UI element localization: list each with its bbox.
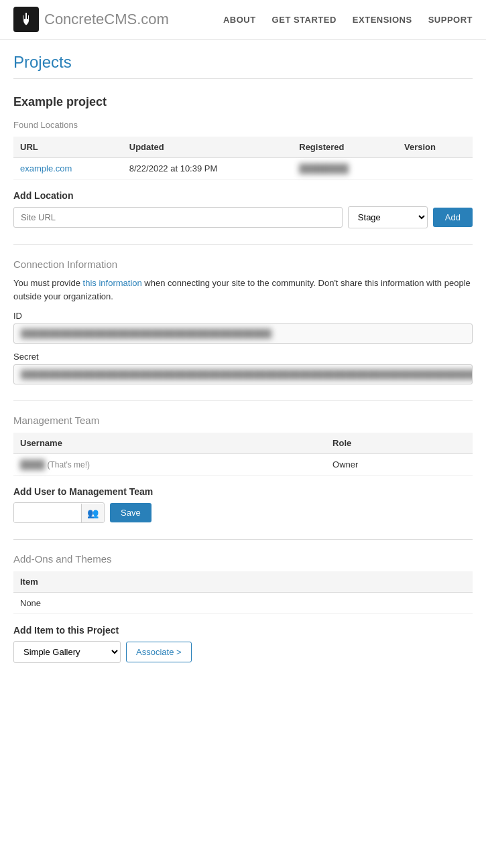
addons-table-header-row: Item: [13, 571, 473, 593]
management-team-section: Management Team Username Role ████ (That…: [13, 415, 473, 523]
addon-select[interactable]: Simple Gallery Option 2 Option 3: [13, 641, 121, 663]
addons-section: Add-Ons and Themes Item None Add Item to…: [13, 553, 473, 663]
nav-support[interactable]: SUPPORT: [428, 15, 473, 25]
mgmt-table-header-row: Username Role: [13, 433, 473, 454]
cell-url: example.com: [13, 158, 123, 179]
secret-label: Secret: [13, 352, 473, 362]
found-locations-label: Found Locations: [13, 120, 473, 130]
management-team-table: Username Role ████ (That's me!) Owner: [13, 433, 473, 476]
logo[interactable]: ConcreteCMS.com: [13, 7, 169, 32]
user-search-icon[interactable]: 👥: [81, 504, 104, 522]
col-version: Version: [398, 137, 473, 158]
mgmt-cell-role: Owner: [326, 454, 473, 476]
main-content: Projects Example project Found Locations…: [0, 40, 486, 706]
logo-text: ConcreteCMS.com: [44, 11, 169, 28]
nav-about[interactable]: ABOUT: [223, 15, 256, 25]
page-title: Projects: [13, 53, 473, 79]
location-url-link[interactable]: example.com: [20, 163, 72, 173]
secret-value: ████████████████████████████████████████…: [13, 364, 473, 384]
locations-table: URL Updated Registered Version example.c…: [13, 137, 473, 179]
connection-info-link[interactable]: this information: [83, 278, 142, 288]
associate-button[interactable]: Associate >: [126, 642, 192, 662]
site-header: ConcreteCMS.com ABOUT GET STARTED EXTENS…: [0, 0, 486, 40]
divider-3: [13, 539, 473, 540]
add-user-title: Add User to Management Team: [13, 486, 473, 497]
add-location-row: Stage Production Development Add: [13, 206, 473, 228]
divider-1: [13, 244, 473, 245]
management-team-title: Management Team: [13, 415, 473, 426]
add-button[interactable]: Add: [433, 208, 473, 227]
addons-cell-none: None: [13, 593, 473, 614]
add-item-row: Simple Gallery Option 2 Option 3 Associa…: [13, 641, 473, 663]
col-updated: Updated: [123, 137, 292, 158]
add-location-title: Add Location: [13, 190, 473, 201]
connection-info-description: You must provide this information when c…: [13, 277, 473, 303]
user-input-wrap: 👥: [13, 502, 105, 523]
nav-extensions[interactable]: EXTENSIONS: [353, 15, 412, 25]
project-name: Example project: [13, 95, 473, 109]
table-row: None: [13, 593, 473, 614]
addons-title: Add-Ons and Themes: [13, 553, 473, 565]
cell-version: [398, 158, 473, 179]
project-section: Example project Found Locations URL Upda…: [13, 95, 473, 228]
mgmt-col-role: Role: [326, 433, 473, 454]
connection-info-section: Connection Information You must provide …: [13, 259, 473, 384]
connection-info-title: Connection Information: [13, 259, 473, 270]
col-url: URL: [13, 137, 123, 158]
main-nav: ABOUT GET STARTED EXTENSIONS SUPPORT: [223, 15, 473, 25]
add-item-title: Add Item to this Project: [13, 625, 473, 636]
divider-2: [13, 401, 473, 401]
username-me-label: (That's me!): [47, 460, 90, 469]
username-blurred: ████: [20, 459, 45, 469]
cell-registered: ████████: [292, 158, 398, 179]
col-registered: Registered: [292, 137, 398, 158]
add-user-row: 👥 Save: [13, 502, 473, 523]
stage-select[interactable]: Stage Production Development: [348, 206, 428, 228]
connection-info-text-before: You must provide: [13, 278, 83, 288]
addons-table: Item None: [13, 571, 473, 614]
save-button[interactable]: Save: [110, 503, 151, 522]
site-url-input[interactable]: [13, 207, 343, 228]
id-value: ████████████████████████████████████████…: [13, 323, 473, 344]
table-row: example.com 8/22/2022 at 10:39 PM ██████…: [13, 158, 473, 179]
logo-icon: [13, 7, 39, 32]
table-row: ████ (That's me!) Owner: [13, 454, 473, 476]
nav-get-started[interactable]: GET STARTED: [272, 15, 337, 25]
id-label: ID: [13, 311, 473, 321]
user-search-input[interactable]: [14, 503, 81, 522]
addons-col-item: Item: [13, 571, 473, 593]
mgmt-cell-username: ████ (That's me!): [13, 454, 326, 476]
cell-updated: 8/22/2022 at 10:39 PM: [123, 158, 292, 179]
mgmt-col-username: Username: [13, 433, 326, 454]
locations-table-header-row: URL Updated Registered Version: [13, 137, 473, 158]
